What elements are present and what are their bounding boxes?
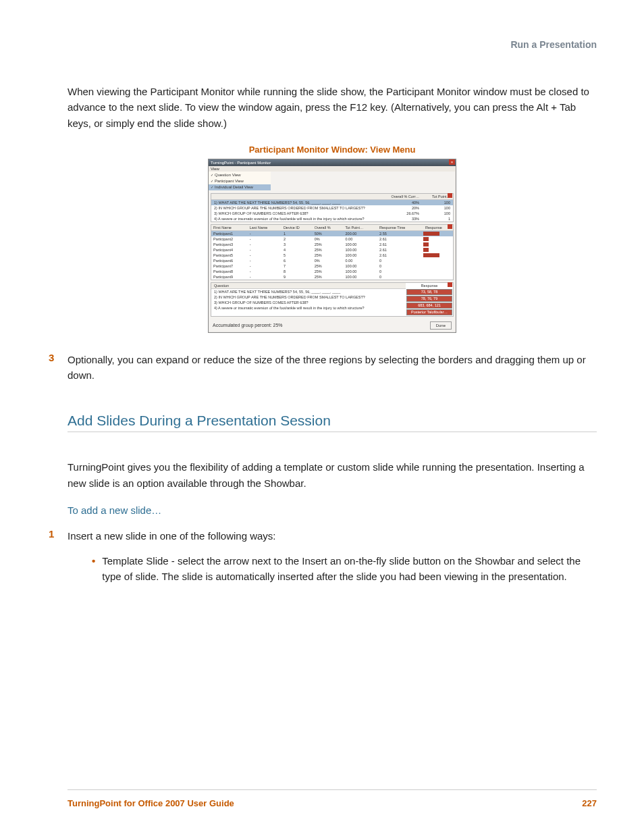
cell-last-name: - [248, 263, 281, 269]
done-button[interactable]: Done [430, 321, 452, 330]
question-row[interactable]: 3) WHICH GROUP OF NUMBERS COMES AFTER 63… [211, 211, 453, 216]
table-row[interactable]: Participant9-925%100.000 [211, 274, 453, 280]
detail-q-row[interactable]: 1) WHAT ARE THE NEXT THREE NUMBERS? 54, … [211, 289, 406, 294]
th-first-name[interactable]: First Name [211, 225, 248, 231]
question-text: 3) WHICH GROUP OF NUMBERS COMES AFTER 63… [214, 211, 388, 216]
cell-response-time: 2.61 [377, 247, 423, 253]
procedure-heading: To add a new slide… [68, 504, 597, 516]
th-device-id[interactable]: Device ID [281, 225, 313, 231]
cell-response-time: 0 [377, 274, 423, 280]
detail-q-text: 1) WHAT ARE THE NEXT THREE NUMBERS? 54, … [214, 289, 403, 294]
close-icon[interactable]: × [449, 159, 455, 165]
table-row[interactable]: Participant7-725%100.000 [211, 263, 453, 269]
cell-last-name: - [248, 258, 281, 263]
window-title: TurningPoint - Participant Monitor [211, 161, 271, 165]
cell-first-name: Participant2 [211, 236, 248, 242]
question-pts: 100 [419, 211, 450, 216]
cell-device-id: 5 [281, 253, 313, 258]
bullet-template-slide: Template Slide - select the arrow next t… [102, 553, 597, 585]
table-row[interactable]: Participant1-150%200.002.55 [211, 230, 453, 236]
question-pct: 20% [388, 205, 419, 211]
col-response: Response [421, 284, 438, 288]
pane-close-icon[interactable] [448, 224, 452, 229]
cell-last-name: - [248, 269, 281, 274]
detail-q-text: 3) WHICH GROUP OF NUMBERS COMES AFTER 63… [214, 300, 403, 305]
cell-tot-point: 200.00 [344, 230, 378, 236]
question-row[interactable]: 4) A severe or traumatic eversion of the… [211, 216, 453, 221]
th-response-time[interactable]: Response Time [377, 225, 423, 231]
bullet-icon: • [92, 553, 95, 585]
question-pct: 26.67% [388, 211, 419, 216]
cell-response-bar [423, 263, 453, 269]
th-tot-point[interactable]: Tot Point… [344, 225, 378, 231]
table-row[interactable]: Participant8-825%100.000 [211, 269, 453, 274]
question-pct: 40% [388, 200, 419, 205]
table-row[interactable]: Participant5-525%100.002.61 [211, 253, 453, 258]
col-overall-pct: Overall % Corr… [388, 194, 419, 199]
response-value: 73, 58, 78 [406, 289, 452, 295]
body-paragraph-1: When viewing the Participant Monitor whi… [68, 84, 597, 131]
menu-item-participant-view[interactable]: Participant View [209, 178, 271, 184]
question-row[interactable]: 1) WHAT ARE THE NEXT THREE NUMBERS? 54, … [211, 200, 453, 205]
cell-tot-point: 100.00 [344, 269, 378, 274]
step-number-1: 1 [49, 528, 65, 544]
cell-response-bar [423, 230, 453, 236]
detail-q-text: 4) A severe or traumatic eversion of the… [214, 305, 403, 311]
cell-last-name: - [248, 236, 281, 242]
cell-first-name: Participant9 [211, 274, 248, 280]
cell-first-name: Participant5 [211, 253, 248, 258]
step-1-text: Insert a new slide in one of the followi… [68, 528, 276, 544]
table-row[interactable]: Participant3-325%100.002.61 [211, 242, 453, 247]
question-row[interactable]: 2) IN WHICH GROUP ARE THE NUMBERS ORDERE… [211, 205, 453, 211]
menu-item-question-view[interactable]: Question View [209, 172, 271, 178]
cell-tot-point: 100.00 [344, 247, 378, 253]
cell-tot-point: 100.00 [344, 242, 378, 247]
table-row[interactable]: Participant4-425%100.002.61 [211, 247, 453, 253]
footer-title: TurningPoint for Office 2007 User Guide [68, 798, 234, 808]
cell-overall-pct: 25% [313, 269, 344, 274]
cell-response-time: 0 [377, 263, 423, 269]
pane-close-icon[interactable] [448, 193, 452, 198]
cell-overall-pct: 25% [313, 253, 344, 258]
table-row[interactable]: Participant6-60%0.000 [211, 258, 453, 263]
pane-close-icon[interactable] [448, 282, 452, 287]
individual-detail-pane: Question 1) WHAT ARE THE NEXT THREE NUMB… [211, 282, 454, 317]
cell-device-id: 1 [281, 230, 313, 236]
cell-response-bar [423, 247, 453, 253]
page-number: 227 [582, 798, 597, 808]
menu-view[interactable]: View [211, 167, 219, 171]
cell-tot-point: 0.00 [344, 236, 378, 242]
cell-overall-pct: 25% [313, 274, 344, 280]
question-text: 1) WHAT ARE THE NEXT THREE NUMBERS? 54, … [214, 200, 388, 205]
cell-last-name: - [248, 230, 281, 236]
section-heading-add-slides: Add Slides During a Presentation Session [68, 413, 597, 429]
question-pts: 100 [419, 200, 450, 205]
menu-item-individual-detail-view[interactable]: Individual Detail View [209, 184, 271, 190]
response-value: 683, 684, 121 [406, 303, 452, 309]
menubar: View [209, 166, 456, 172]
cell-response-bar [423, 274, 453, 280]
cell-device-id: 2 [281, 236, 313, 242]
cell-response-time: 2.61 [377, 236, 423, 242]
cell-response-bar [423, 258, 453, 263]
cell-device-id: 4 [281, 247, 313, 253]
table-row[interactable]: Participant2-20%0.002.61 [211, 236, 453, 242]
status-text: Accumulated group percent: 25% [213, 323, 283, 328]
cell-first-name: Participant8 [211, 269, 248, 274]
cell-response-time: 2.55 [377, 230, 423, 236]
detail-q-row[interactable]: 2) IN WHICH GROUP ARE THE NUMBERS ORDERE… [211, 294, 406, 300]
cell-response-bar [423, 242, 453, 247]
question-pts: 1 [419, 216, 450, 221]
th-overall-pct[interactable]: Overall % [313, 225, 344, 231]
page-footer: TurningPoint for Office 2007 User Guide … [68, 789, 597, 808]
cell-tot-point: 100.00 [344, 253, 378, 258]
cell-device-id: 9 [281, 274, 313, 280]
th-last-name[interactable]: Last Name [248, 225, 281, 231]
cell-tot-point: 100.00 [344, 263, 378, 269]
cell-overall-pct: 50% [313, 230, 344, 236]
detail-resp-header: Response [406, 283, 453, 288]
detail-q-row[interactable]: 3) WHICH GROUP OF NUMBERS COMES AFTER 63… [211, 300, 406, 305]
detail-q-row[interactable]: 4) A severe or traumatic eversion of the… [211, 305, 406, 311]
detail-q-text: 2) IN WHICH GROUP ARE THE NUMBERS ORDERE… [214, 294, 403, 300]
cell-response-time: 0 [377, 269, 423, 274]
